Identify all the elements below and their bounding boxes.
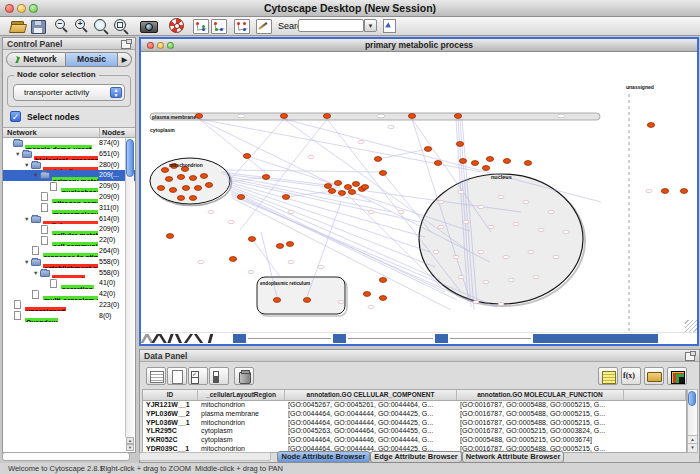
tree-row[interactable]: unassigned223(0) [3, 300, 135, 311]
table-scrollbar-thumb[interactable] [688, 391, 696, 406]
search-config-icon [383, 19, 396, 33]
unselect-attributes-button[interactable] [209, 367, 229, 385]
network-overview-button[interactable] [193, 18, 211, 34]
folder-icon [31, 216, 41, 223]
tree-scrollbar[interactable] [125, 138, 134, 437]
table-row[interactable]: YPL036W__1mitochondrion[GO:0044464, GO:0… [143, 419, 686, 428]
tab-mosaic[interactable]: Mosaic [66, 52, 118, 67]
select-nodes-checkbox[interactable]: ✓ [10, 111, 21, 122]
scroll-up-icon[interactable]: ▲ [126, 437, 134, 444]
save-session-button[interactable] [30, 18, 48, 34]
network-canvas[interactable]: plasma membranecytoplasmmitochondrionnuc… [141, 52, 697, 332]
tree-column-network[interactable]: Network [7, 128, 37, 137]
window-titlebar[interactable]: Cytoscape Desktop (New Session) [0, 0, 700, 17]
table-row[interactable]: YLR295Ccytoplasm[GO:0045263, GO:0044464,… [143, 427, 686, 436]
table-scrollbar[interactable]: ▲ ▼ [687, 389, 698, 453]
import-table-icon [237, 22, 240, 25]
tree-row[interactable]: ▼primary metabo209(... [3, 170, 135, 181]
import-table-button[interactable] [234, 18, 252, 34]
tree-row[interactable]: response to stimulu264(0) [3, 246, 135, 257]
select-attributes-button[interactable] [188, 367, 208, 385]
tree-row[interactable]: multi-organism pro42(0) [3, 289, 135, 300]
tree-row-label-area: ▼metabolic process [3, 160, 98, 171]
tree-row[interactable]: ▼cellular process614(0) [3, 214, 135, 225]
help-button[interactable] [168, 18, 186, 34]
disclosure-triangle-icon[interactable]: ▼ [15, 149, 22, 160]
table-row[interactable]: YPL036W__2plasma membrane[GO:0044464, GO… [143, 410, 686, 419]
zoom-out-button[interactable]: − [54, 18, 72, 34]
tab-network[interactable]: Network [6, 52, 66, 67]
disclosure-triangle-icon[interactable]: ▼ [24, 214, 31, 225]
tree-row[interactable]: Overview8(0) [3, 311, 135, 322]
tab-node-attribute-browser[interactable]: Node Attribute Browser [277, 451, 370, 463]
float-data-panel-icon[interactable] [685, 352, 695, 361]
file-icon [32, 246, 39, 255]
network-window-titlebar[interactable]: primary metabolic process [141, 39, 697, 52]
table-cell: [GO:0044464, GO:0044446, GO:0044444, G..… [285, 436, 457, 445]
tab-edge-attribute-browser[interactable]: Edge Attribute Browser [370, 451, 462, 463]
attribute-matrix-button[interactable] [667, 367, 687, 385]
tree-row[interactable]: cellular metabo209(0) [3, 224, 135, 235]
tree-row[interactable]: macromolecule311(0) [3, 203, 135, 214]
svg-text:plasma membrane: plasma membrane [152, 114, 196, 120]
table-cell: YPL036W__2 [143, 410, 198, 419]
search-dropdown-icon[interactable]: ▼ [364, 19, 377, 32]
tree-row[interactable]: ▼metabolic process280(0) [3, 160, 135, 171]
tree-row[interactable]: secretion41(0) [3, 278, 135, 289]
artifact-chip [333, 334, 346, 343]
artifact-mark [184, 334, 193, 343]
tree-node-label: Overview [25, 318, 58, 322]
column-header[interactable] [624, 390, 686, 400]
tab-network-attribute-browser[interactable]: Network Attribute Browser [462, 451, 564, 463]
open-session-button[interactable] [9, 18, 27, 34]
column-header[interactable]: ID [143, 390, 198, 400]
import-network-button[interactable] [211, 18, 229, 34]
table-cell: [GO:0016787, GO:0005488, GO:0005215, G..… [457, 419, 624, 428]
snapshot-button[interactable] [140, 18, 158, 34]
new-attribute-button[interactable] [167, 367, 187, 385]
attribute-list-button[interactable] [598, 367, 618, 385]
zoom-selected-button[interactable] [113, 18, 131, 34]
tree-column-nodes[interactable]: Nodes [99, 128, 125, 137]
attribute-grid-button[interactable] [146, 367, 166, 385]
float-panel-icon[interactable] [121, 40, 131, 49]
scroll-down-icon[interactable]: ▼ [126, 444, 134, 451]
tree-row[interactable]: ▼transport558(0) [3, 268, 135, 279]
disclosure-triangle-icon[interactable]: ▼ [33, 170, 40, 181]
table-row[interactable]: YJR121W__1mitochondrion[GO:0045267, GO:0… [143, 401, 686, 410]
tree-row[interactable]: cell communicat22(0) [3, 235, 135, 246]
tab-overflow-arrow-icon[interactable]: ▶ [118, 52, 132, 67]
status-zoom-hint: Right-click + drag to ZOOM [100, 464, 191, 473]
disclosure-triangle-icon[interactable]: ▼ [24, 257, 31, 268]
table-cell: YPL036W__1 [143, 419, 198, 428]
attribute-table-header: ID_cellularLayoutRegionannotation.GO CEL… [143, 390, 686, 401]
tree-row[interactable]: mosaic-demo-yeast874(0) [3, 138, 135, 149]
zoom-fit-button[interactable] [93, 18, 111, 34]
column-header[interactable]: annotation.GO MOLECULAR_FUNCTION [457, 390, 624, 400]
delete-attribute-button[interactable] [234, 367, 254, 385]
tree-row[interactable]: nitrogen compo209(0) [3, 192, 135, 203]
column-header[interactable]: _cellularLayoutRegion [198, 390, 285, 400]
document-icon [172, 370, 183, 384]
disclosure-triangle-icon[interactable]: ▼ [33, 268, 40, 279]
tree-row-label-area: response to stimulu [3, 246, 98, 257]
resize-grip[interactable] [685, 320, 697, 332]
tree-row[interactable]: ▼biological_process651(0) [3, 149, 135, 160]
tree-scrollbar-thumb[interactable] [126, 139, 134, 177]
disclosure-triangle-icon[interactable]: ▼ [24, 160, 31, 171]
node-color-select[interactable]: transporter activity ▲▼ [13, 84, 125, 101]
tree-row[interactable]: nucleobase-c209(0) [3, 181, 135, 192]
tree-row[interactable]: ▼establishment of lo558(0) [3, 257, 135, 268]
table-scroll-down-icon[interactable]: ▼ [688, 443, 697, 452]
table-row[interactable]: YKR052Ccytoplasm[GO:0044464, GO:0044446,… [143, 436, 686, 445]
column-header[interactable]: annotation.GO CELLULAR_COMPONENT [285, 390, 457, 400]
search-config-button[interactable] [382, 18, 397, 33]
search-input[interactable] [298, 19, 364, 32]
table-cell: plasma membrane [198, 410, 285, 419]
folder-open-icon [9, 24, 27, 33]
annotation-button[interactable] [256, 18, 274, 34]
tree-row-label-area: ▼primary metabo [3, 170, 98, 181]
import-attributes-button[interactable] [644, 367, 664, 385]
zoom-in-button[interactable]: + [74, 18, 92, 34]
formula-button[interactable]: f(x) [621, 367, 641, 385]
